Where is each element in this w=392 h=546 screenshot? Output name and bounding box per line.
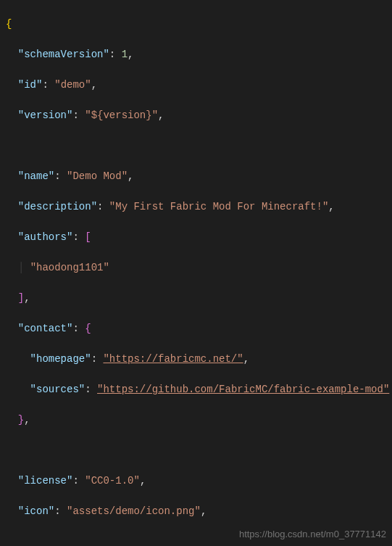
code-line (6, 534, 386, 546)
code-line (6, 443, 386, 458)
code-line: "license": "CC0-1.0", (6, 473, 386, 489)
code-line: │ "haodong1101" (6, 260, 386, 276)
code-editor[interactable]: { "schemaVersion": 1, "id": "demo", "ver… (0, 0, 392, 546)
code-line: }, (6, 413, 386, 428)
code-line: "version": "${version}", (6, 108, 386, 123)
code-line: "id": "demo", (6, 78, 386, 93)
sources-link[interactable]: "https://github.com/FabricMC/fabric-exam… (97, 384, 389, 395)
code-line: "schemaVersion": 1, (6, 47, 386, 62)
code-line: "icon": "assets/demo/icon.png", (6, 504, 386, 519)
homepage-link[interactable]: "https://fabricmc.net/" (103, 353, 243, 365)
code-line: { (6, 17, 386, 32)
code-line: "contact": { (6, 321, 386, 336)
code-line: "name": "Demo Mod", (6, 169, 386, 184)
code-line: "authors": [ (6, 230, 386, 245)
code-line (6, 138, 386, 154)
code-line: ], (6, 291, 386, 306)
code-line: "description": "My First Fabric Mod For … (6, 199, 386, 215)
code-line: "sources": "https://github.com/FabricMC/… (6, 382, 386, 397)
code-line: "homepage": "https://fabricmc.net/", (6, 352, 386, 367)
